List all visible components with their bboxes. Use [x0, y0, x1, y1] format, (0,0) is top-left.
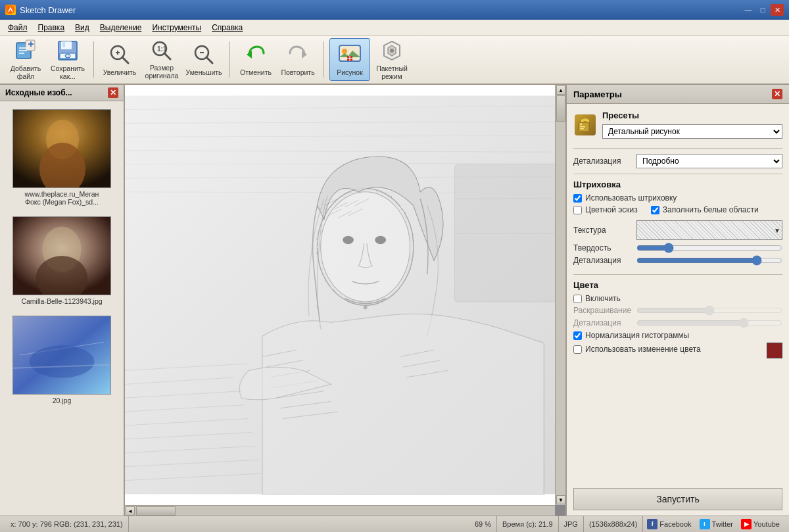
zoom-text: 69 %: [475, 520, 491, 528]
save-as-button[interactable]: Сохранить как...: [47, 38, 88, 81]
colorize-label: Раскрашивание: [573, 306, 633, 315]
status-zoom: 69 %: [469, 516, 497, 532]
undo-label: Отменить: [240, 69, 272, 77]
scroll-thumb-vertical[interactable]: [556, 95, 565, 122]
svg-line-16: [122, 57, 128, 63]
batch-icon: [380, 39, 404, 62]
fill-white-checkbox[interactable]: [651, 206, 659, 214]
coordinates-text: x: 700 y: 796 RGB: (231, 231, 231): [11, 520, 123, 528]
presets-section: Пресеты Детальный рисунок Простой рисуно…: [573, 110, 782, 139]
presets-select[interactable]: Детальный рисунок Простой рисунок Мягкий…: [602, 124, 782, 139]
hatching-detail-row: Детализация: [573, 256, 782, 265]
twitter-link[interactable]: t Twitter: [696, 519, 737, 529]
dimensions-text: (1536x888x24): [589, 520, 637, 528]
image-item-20[interactable]: 20.jpg: [5, 313, 118, 407]
svg-point-53: [343, 236, 354, 245]
maximize-button[interactable]: □: [756, 4, 769, 16]
time-text: Время (с): 21.9: [502, 520, 553, 528]
fill-white-row: Заполнить белые области: [651, 205, 759, 214]
hatching-section: Штриховка Использовать штриховку Цветной…: [573, 180, 782, 265]
minimize-button[interactable]: —: [742, 4, 755, 16]
enable-colors-checkbox[interactable]: [573, 295, 582, 303]
close-button[interactable]: ✕: [771, 4, 784, 16]
menu-selection[interactable]: Выделение: [95, 22, 147, 34]
svg-point-26: [342, 49, 347, 54]
left-panel-close[interactable]: ✕: [108, 87, 118, 98]
fill-white-label: Заполнить белые области: [663, 205, 759, 214]
svg-point-52: [321, 192, 410, 302]
status-bar: x: 700 y: 796 RGB: (231, 231, 231) 69 % …: [0, 516, 789, 532]
status-dimensions: (1536x888x24): [584, 516, 643, 532]
normalize-checkbox[interactable]: [573, 331, 582, 340]
undo-button[interactable]: Отменить: [235, 38, 276, 81]
zoom-out-button[interactable]: Уменьшить: [183, 38, 224, 81]
detail-level-select[interactable]: Подробно Средне Грубо: [636, 154, 782, 168]
color-sketch-row: Цветной эскиз: [573, 205, 638, 214]
hardness-slider-container: [636, 243, 782, 253]
menu-help[interactable]: Справка: [206, 22, 248, 34]
menu-edit[interactable]: Правка: [33, 22, 70, 34]
canvas-area[interactable]: ▲ ▼ ◄: [125, 85, 565, 516]
use-hatching-checkbox[interactable]: [573, 194, 582, 203]
colorize-slider[interactable]: [636, 306, 782, 315]
image-label-20: 20.jpg: [53, 397, 72, 404]
menu-view[interactable]: Вид: [70, 22, 95, 34]
image-label-megan: www.theplace.ru_МеганФокс (Megan Fox)_sd…: [25, 190, 99, 206]
batch-button[interactable]: Пакетный режим: [371, 38, 412, 81]
color-sketch-checkbox[interactable]: [573, 206, 582, 214]
picture-button[interactable]: Рисунок: [329, 38, 370, 81]
hatching-detail-slider[interactable]: [636, 256, 782, 265]
image-item-megan[interactable]: www.theplace.ru_МеганФокс (Megan Fox)_sd…: [5, 107, 118, 208]
hardness-slider[interactable]: [636, 243, 782, 253]
presets-row: Пресеты Детальный рисунок Простой рисуно…: [573, 110, 782, 139]
scroll-left-arrow[interactable]: ◄: [126, 506, 135, 516]
svg-rect-87: [580, 126, 585, 128]
status-coordinates: x: 700 y: 796 RGB: (231, 231, 231): [5, 516, 129, 532]
canvas-scrollbar-vertical[interactable]: ▲ ▼: [555, 85, 565, 505]
save-as-label: Сохранить как...: [50, 65, 85, 80]
color-swatch[interactable]: [767, 343, 782, 358]
left-panel: Исходные изоб... ✕: [0, 85, 125, 516]
svg-line-19: [164, 53, 170, 59]
original-size-button[interactable]: 1:1 Размер оригинала: [141, 38, 182, 81]
right-panel-close[interactable]: ✕: [772, 89, 782, 99]
menu-tools[interactable]: Инструменты: [147, 22, 206, 34]
image-item-camilla[interactable]: Camilla-Belle-1123943.jpg: [5, 214, 118, 308]
divider-1: [573, 148, 782, 149]
sketch-svg: [125, 85, 555, 505]
canvas-scrollbar-horizontal[interactable]: ◄: [125, 505, 555, 516]
use-color-change-checkbox[interactable]: [573, 345, 582, 354]
scroll-down-arrow[interactable]: ▼: [556, 495, 565, 504]
status-time: Время (с): 21.9: [497, 516, 559, 532]
menu-file[interactable]: Файл: [3, 22, 33, 34]
texture-label: Текстура: [573, 226, 633, 235]
hatching-detail-slider-container: [636, 256, 782, 265]
zoom-out-icon: [192, 43, 216, 66]
colors-section: Цвета Включить Раскрашивание Детализация: [573, 280, 782, 358]
enable-colors-label: Включить: [585, 294, 621, 303]
original-size-icon: 1:1: [150, 39, 174, 62]
undo-icon: [244, 43, 268, 66]
run-button[interactable]: Запустить: [573, 488, 782, 510]
app-icon: [5, 5, 16, 15]
youtube-link[interactable]: ▶ Youtube: [737, 519, 784, 529]
right-panel-header: Параметры ✕: [567, 85, 789, 104]
colors-title: Цвета: [573, 280, 782, 290]
scroll-thumb-horizontal[interactable]: [136, 506, 176, 516]
image-list: www.theplace.ru_МеганФокс (Megan Fox)_sd…: [0, 101, 124, 516]
picture-icon: [338, 43, 362, 66]
batch-label: Пакетный режим: [374, 65, 410, 80]
use-hatching-label: Использовать штриховку: [585, 193, 677, 203]
add-file-button[interactable]: Добавить файл: [5, 38, 46, 81]
toolbar-separator-2: [229, 41, 230, 78]
redo-button[interactable]: Повторить: [277, 38, 318, 81]
facebook-label: Facebook: [659, 520, 691, 528]
svg-point-12: [65, 54, 70, 58]
texture-preview[interactable]: ▼: [636, 220, 782, 240]
detail-level-label: Детализация: [573, 157, 633, 166]
scroll-up-arrow[interactable]: ▲: [556, 85, 565, 95]
facebook-link[interactable]: f Facebook: [643, 519, 695, 529]
colors-detail-slider-container: [636, 318, 782, 327]
zoom-in-button[interactable]: Увеличить: [99, 38, 140, 81]
colors-detail-slider[interactable]: [636, 318, 782, 327]
